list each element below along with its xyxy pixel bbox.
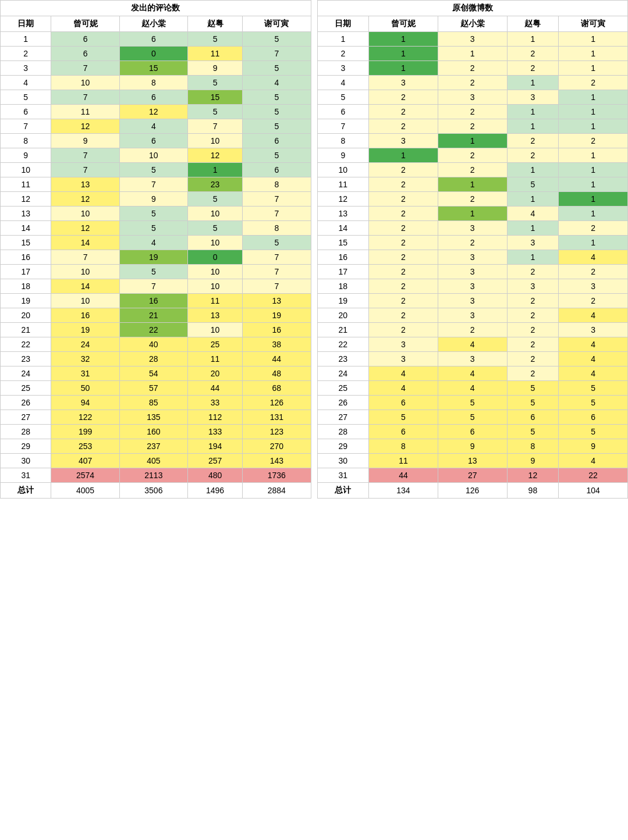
right-data-cell: 2 [559,76,628,90]
left-total-row: 总计 4005 3506 1496 2884 [1,483,311,499]
right-table: 原创微博数 日期 曾可妮 赵小棠 赵粤 谢可寅 1131121121312214… [317,0,629,499]
right-data-cell: 4 [369,366,438,381]
right-data-cell: 4 [559,352,628,366]
right-data-cell: 2 [369,207,438,221]
right-data-cell: 1 [559,61,628,76]
left-data-cell: 10 [51,207,119,221]
left-data-cell: 5 [243,105,311,119]
right-data-cell: 27 [438,468,507,483]
right-data-cell: 2 [369,236,438,250]
right-data-cell: 1 [559,105,628,119]
right-day-cell: 4 [317,76,369,90]
right-data-cell: 2 [369,90,438,105]
left-total-c: 1496 [188,483,243,499]
right-data-cell: 4 [438,337,507,352]
right-data-cell: 9 [559,439,628,454]
right-day-cell: 5 [317,90,369,105]
right-data-row: 286655 [317,425,628,439]
right-data-cell: 22 [559,468,628,483]
right-data-cell: 4 [369,381,438,396]
left-day-cell: 3 [1,61,51,76]
left-data-cell: 6 [243,134,311,148]
right-data-cell: 1 [559,236,628,250]
left-data-cell: 11 [188,294,243,308]
right-data-cell: 3 [559,279,628,294]
right-data-row: 275566 [317,410,628,425]
left-data-row: 11137238 [1,177,311,192]
right-data-cell: 5 [438,410,507,425]
right-data-row: 182333 [317,279,628,294]
right-data-cell: 6 [369,396,438,410]
right-day-cell: 25 [317,381,369,396]
right-header-title-row: 原创微博数 [317,1,628,16]
right-data-row: 212223 [317,323,628,337]
left-data-cell: 15 [119,61,187,76]
left-data-cell: 11 [51,105,119,119]
left-data-cell: 10 [188,134,243,148]
right-data-cell: 2 [438,323,507,337]
right-data-cell: 3 [369,134,438,148]
right-data-row: 62211 [317,105,628,119]
left-section: 发出的评论数 日期 曾可妮 赵小棠 赵粤 谢可寅 166552601173715… [0,0,311,499]
left-data-cell: 22 [119,323,187,337]
left-data-cell: 13 [243,294,311,308]
right-data-cell: 6 [369,425,438,439]
right-data-cell: 4 [559,366,628,381]
left-data-cell: 10 [51,294,119,308]
left-header-title-row: 发出的评论数 [1,1,311,16]
right-data-cell: 2 [507,265,559,279]
right-data-cell: 4 [559,308,628,323]
right-data-cell: 2 [507,352,559,366]
left-day-cell: 10 [1,163,51,177]
right-day-cell: 8 [317,134,369,148]
right-col-d: 谢可寅 [559,16,628,32]
right-data-cell: 1 [438,134,507,148]
right-data-cell: 1 [559,90,628,105]
left-data-cell: 44 [188,381,243,396]
left-data-row: 28199160133123 [1,425,311,439]
right-data-cell: 3 [507,236,559,250]
left-day-cell: 13 [1,207,51,221]
left-day-cell: 15 [1,236,51,250]
left-data-row: 371595 [1,61,311,76]
right-data-cell: 3 [438,32,507,47]
right-data-cell: 5 [369,410,438,425]
left-data-cell: 131 [243,410,311,425]
left-data-cell: 0 [188,250,243,265]
right-data-cell: 2 [507,337,559,352]
left-data-cell: 5 [188,32,243,47]
right-data-row: 52331 [317,90,628,105]
left-day-cell: 31 [1,468,51,483]
left-data-cell: 7 [243,47,311,61]
left-data-cell: 12 [51,119,119,134]
right-data-cell: 2 [559,265,628,279]
left-data-cell: 50 [51,381,119,396]
right-data-cell: 1 [507,32,559,47]
right-data-cell: 5 [438,396,507,410]
left-data-cell: 7 [243,265,311,279]
left-day-cell: 14 [1,221,51,236]
right-data-cell: 3 [438,221,507,236]
right-day-cell: 18 [317,279,369,294]
right-data-cell: 2 [369,250,438,265]
right-col-c: 赵粤 [507,16,559,32]
right-data-cell: 1 [507,119,559,134]
left-data-row: 1212957 [1,192,311,207]
left-data-row: 31257421134801736 [1,468,311,483]
left-col-c: 赵粤 [188,16,243,32]
right-total-row: 总计 134 126 98 104 [317,483,628,499]
right-data-row: 266555 [317,396,628,410]
left-day-cell: 18 [1,279,51,294]
right-data-row: 142312 [317,221,628,236]
left-data-cell: 9 [119,192,187,207]
left-data-cell: 1736 [243,468,311,483]
right-data-cell: 11 [369,454,438,468]
left-data-cell: 5 [243,119,311,134]
left-data-cell: 19 [119,250,187,265]
left-data-cell: 8 [243,177,311,192]
right-data-cell: 3 [559,323,628,337]
right-data-cell: 2 [507,294,559,308]
right-data-cell: 1 [438,207,507,221]
right-data-cell: 1 [559,177,628,192]
right-data-cell: 3 [507,90,559,105]
